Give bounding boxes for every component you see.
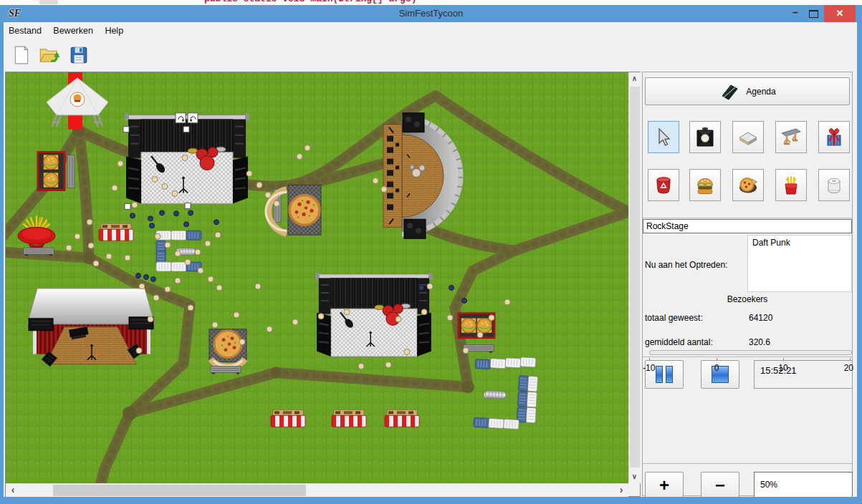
now-performing-box: Daft Punk bbox=[747, 235, 852, 292]
maximize-button[interactable] bbox=[809, 10, 818, 18]
stage-platform-icon bbox=[737, 127, 759, 148]
burger-table[interactable] bbox=[38, 152, 64, 190]
separator bbox=[643, 463, 852, 464]
bench[interactable] bbox=[67, 155, 75, 188]
total-visitors-label: totaal geweest: bbox=[645, 313, 703, 323]
slider-label-20: 20 bbox=[839, 363, 853, 373]
tool-fries-stand[interactable] bbox=[775, 169, 807, 201]
average-visitors-label: gemiddeld aantal: bbox=[645, 337, 713, 347]
wooden-shelter-icon bbox=[780, 127, 802, 148]
zoom-level-value: 50% bbox=[755, 472, 852, 490]
slider-tick bbox=[717, 358, 717, 361]
agenda-book-icon bbox=[719, 82, 740, 101]
stage-name-input[interactable] bbox=[643, 219, 852, 233]
striped-stand[interactable] bbox=[99, 223, 133, 241]
open-file-icon bbox=[39, 44, 60, 66]
main-stage-center[interactable] bbox=[315, 273, 433, 357]
pause-icon bbox=[666, 366, 673, 383]
trash-bin-icon bbox=[653, 175, 674, 196]
striped-stand-bottom-3[interactable] bbox=[385, 410, 419, 427]
vertical-scroll-thumb[interactable] bbox=[630, 87, 640, 467]
fries-icon bbox=[780, 175, 802, 196]
striped-stand-bottom-1[interactable] bbox=[271, 410, 305, 427]
tool-bar bbox=[0, 40, 862, 72]
bench[interactable] bbox=[24, 248, 54, 256]
toilet-roll-icon bbox=[823, 175, 845, 196]
scroll-up-arrow[interactable]: ∧ bbox=[629, 72, 640, 85]
window-border-left bbox=[0, 22, 4, 497]
gift-icon bbox=[823, 127, 845, 148]
pizza-icon bbox=[737, 175, 759, 196]
tool-select-cursor[interactable] bbox=[648, 121, 679, 153]
tool-gift[interactable] bbox=[818, 121, 850, 153]
clock-field: 15:52:21 bbox=[754, 360, 853, 389]
zoom-level-field[interactable]: 50% bbox=[754, 472, 853, 499]
red-barn-stage[interactable] bbox=[27, 289, 155, 367]
tool-toilet-roll[interactable] bbox=[818, 169, 850, 201]
map-canvas[interactable] bbox=[6, 72, 628, 483]
app-window: SF SimFestTycoon – ✕ Bestand Bewerken He… bbox=[0, 5, 862, 504]
window-border-bottom bbox=[0, 497, 862, 504]
agenda-button[interactable]: Agenda bbox=[645, 77, 850, 105]
title-bar[interactable]: SF SimFestTycoon – ✕ bbox=[0, 5, 862, 23]
striped-stand-bottom-2[interactable] bbox=[332, 410, 366, 427]
background-code-line: public static void main(String[] args) bbox=[204, 0, 416, 4]
slider-tick bbox=[649, 358, 650, 361]
slider-label-min: -10 bbox=[643, 363, 660, 373]
separator bbox=[643, 357, 852, 357]
tool-stage-platform[interactable] bbox=[732, 121, 764, 153]
now-performing-value: Daft Punk bbox=[748, 236, 851, 250]
speed-slider-track[interactable] bbox=[649, 350, 852, 355]
menu-bestand[interactable]: Bestand bbox=[9, 26, 42, 36]
menu-bewerken[interactable]: Bewerken bbox=[53, 26, 93, 36]
vertical-scrollbar[interactable]: ∧ ∨ bbox=[628, 72, 641, 483]
slider-label-10: 10 bbox=[776, 363, 790, 373]
burger-icon bbox=[694, 175, 716, 196]
menu-help[interactable]: Help bbox=[105, 26, 123, 36]
tool-burger-stand[interactable] bbox=[689, 169, 721, 201]
clock-value: 15:52:21 bbox=[755, 361, 852, 380]
new-file-icon bbox=[11, 44, 32, 66]
tool-wooden-shelter[interactable] bbox=[775, 121, 807, 153]
zoom-out-button[interactable]: − bbox=[701, 472, 739, 499]
tool-trash-bin[interactable] bbox=[648, 169, 679, 201]
pizza-stand-small[interactable] bbox=[209, 329, 246, 374]
save-file-icon bbox=[69, 44, 89, 66]
window-border-right bbox=[857, 22, 862, 497]
scroll-down-arrow[interactable]: ∨ bbox=[629, 470, 640, 483]
slider-tick bbox=[783, 358, 784, 361]
beer-keg[interactable] bbox=[484, 390, 506, 399]
window-title: SimFestTycoon bbox=[0, 8, 862, 19]
close-button[interactable]: ✕ bbox=[824, 5, 856, 22]
cursor-icon bbox=[653, 127, 674, 148]
tool-spotlight[interactable] bbox=[689, 121, 721, 153]
minimize-button[interactable]: – bbox=[786, 5, 805, 22]
tool-pizza-stand[interactable] bbox=[732, 169, 764, 201]
now-performing-label: Nu aan het Optreden: bbox=[645, 260, 727, 270]
open-file-button[interactable] bbox=[34, 43, 59, 69]
slider-tick bbox=[850, 358, 851, 361]
spotlight-icon bbox=[694, 127, 716, 148]
agenda-label: Agenda bbox=[746, 87, 775, 97]
separator bbox=[643, 218, 852, 218]
zoom-in-button[interactable]: + bbox=[645, 472, 684, 499]
map-area: ∧ ∨ ‹ › bbox=[5, 72, 641, 497]
control-panel: Agenda bbox=[642, 72, 853, 496]
horizontal-scrollbar[interactable]: ‹ › bbox=[6, 483, 628, 497]
background-ide-gutter-icon bbox=[39, 0, 58, 4]
screen: public static void main(String[] args) S… bbox=[0, 0, 862, 504]
menu-bar: Bestand Bewerken Help bbox=[0, 22, 862, 40]
scroll-right-arrow[interactable]: › bbox=[614, 484, 628, 496]
save-file-button[interactable] bbox=[64, 43, 89, 69]
pizza-stand-large[interactable] bbox=[266, 185, 321, 235]
visitors-header: Bezoekers bbox=[643, 294, 852, 304]
new-file-button[interactable] bbox=[7, 43, 32, 69]
average-visitors-value: 320.6 bbox=[749, 337, 770, 347]
slider-label-0: 0 bbox=[711, 363, 722, 373]
horizontal-scroll-thumb[interactable] bbox=[53, 485, 306, 496]
total-visitors-value: 64120 bbox=[749, 313, 772, 323]
scroll-left-arrow[interactable]: ‹ bbox=[6, 484, 20, 496]
